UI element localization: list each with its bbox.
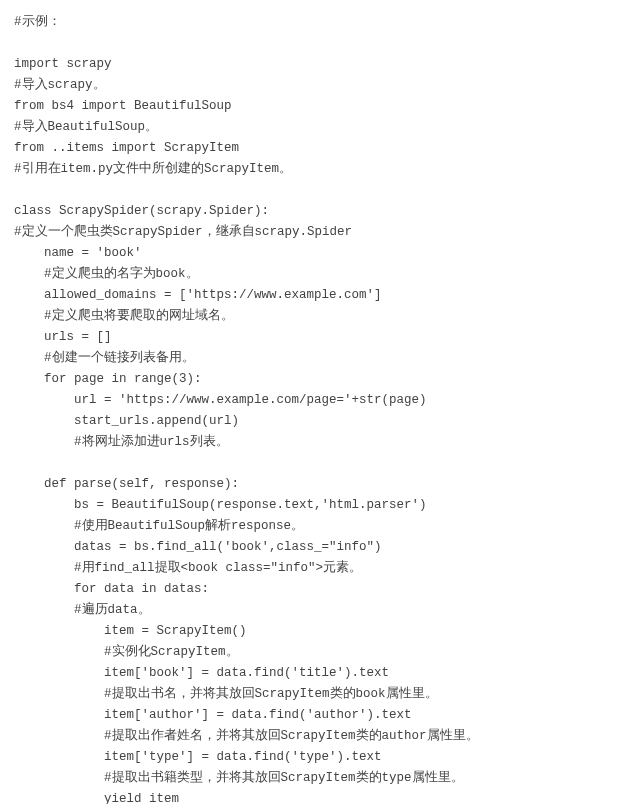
code-line: #定义一个爬虫类ScrapySpider，继承自scrapy.Spider [14, 225, 352, 239]
code-line: datas = bs.find_all('book',class_="info"… [14, 540, 382, 554]
code-line: #定义爬虫将要爬取的网址域名。 [14, 309, 234, 323]
code-line: import scrapy [14, 57, 112, 71]
code-line: allowed_domains = ['https://www.example.… [14, 288, 382, 302]
code-line: yield item [14, 792, 179, 804]
code-line: from ..items import ScrapyItem [14, 141, 239, 155]
code-line: item = ScrapyItem() [14, 624, 247, 638]
code-line: bs = BeautifulSoup(response.text,'html.p… [14, 498, 427, 512]
code-line: #提取出书名，并将其放回ScrapyItem类的book属性里。 [14, 687, 438, 701]
code-line: item['type'] = data.find('type').text [14, 750, 382, 764]
code-line: #导入BeautifulSoup。 [14, 120, 158, 134]
code-line: #导入scrapy。 [14, 78, 106, 92]
code-line: #使用BeautifulSoup解析response。 [14, 519, 304, 533]
code-line: #提取出作者姓名，并将其放回ScrapyItem类的author属性里。 [14, 729, 479, 743]
code-line: name = 'book' [14, 246, 142, 260]
code-line: def parse(self, response): [14, 477, 239, 491]
code-line: #将网址添加进urls列表。 [14, 435, 229, 449]
code-line: item['author'] = data.find('author').tex… [14, 708, 412, 722]
code-line: #提取出书籍类型，并将其放回ScrapyItem类的type属性里。 [14, 771, 464, 785]
code-line: #引用在item.py文件中所创建的ScrapyItem。 [14, 162, 292, 176]
code-line: #创建一个链接列表备用。 [14, 351, 195, 365]
code-line: item['book'] = data.find('title').text [14, 666, 389, 680]
code-line: from bs4 import BeautifulSoup [14, 99, 232, 113]
code-line: #示例： [14, 15, 61, 29]
code-line: class ScrapySpider(scrapy.Spider): [14, 204, 269, 218]
code-line: urls = [] [14, 330, 112, 344]
code-line: #实例化ScrapyItem。 [14, 645, 239, 659]
code-line: #遍历data。 [14, 603, 151, 617]
code-line: #定义爬虫的名字为book。 [14, 267, 199, 281]
code-block: #示例： import scrapy #导入scrapy。 from bs4 i… [14, 12, 640, 804]
code-line: start_urls.append(url) [14, 414, 239, 428]
code-line: for page in range(3): [14, 372, 202, 386]
code-line: for data in datas: [14, 582, 209, 596]
code-line: url = 'https://www.example.com/page='+st… [14, 393, 427, 407]
code-line: #用find_all提取<book class="info">元素。 [14, 561, 362, 575]
